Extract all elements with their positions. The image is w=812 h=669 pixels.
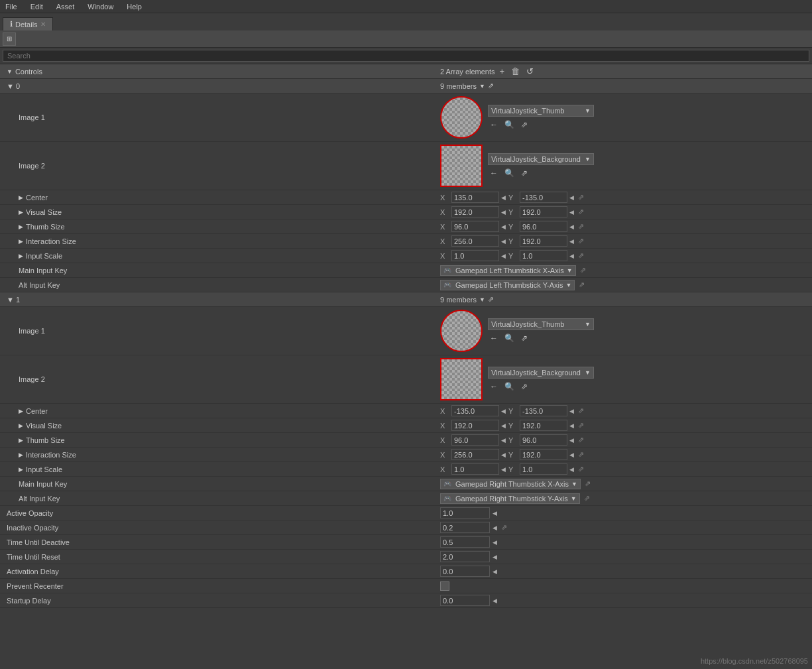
members-1-arrow[interactable]: ▼ <box>479 296 485 303</box>
center-x-arrow-0[interactable]: ◀ <box>501 194 506 201</box>
visual-size-y-0[interactable] <box>520 206 567 217</box>
activation-delay-arrow[interactable]: ◀ <box>493 568 497 575</box>
arrow-left-icon2-0[interactable]: ← <box>488 168 500 178</box>
image2-dropdown-0[interactable]: VirtualJoystick_Background ▼ <box>488 153 594 165</box>
active-opacity-input[interactable] <box>440 507 490 518</box>
link-icon-1[interactable]: ⇗ <box>519 333 530 343</box>
center-y-arrow-0[interactable]: ◀ <box>569 194 574 201</box>
inactive-opacity-row: Inactive Opacity ◀ ⇗ <box>0 520 812 535</box>
input-scale-x-0[interactable] <box>451 250 499 261</box>
search-icon2-1[interactable]: 🔍 <box>502 381 516 392</box>
main-input-key-value-0: 🎮 Gamepad Left Thumbstick X-Axis ▼ ⇗ <box>437 265 812 276</box>
interaction-size-row-0: ▶ Interaction Size X ◀ Y ◀ ⇗ <box>0 234 812 249</box>
image1-preview-1: VirtualJoystick_Thumb ▼ ← 🔍 ⇗ <box>437 307 812 355</box>
time-deactive-input[interactable] <box>440 536 490 548</box>
search-icon-0[interactable]: 🔍 <box>502 119 516 130</box>
arrow-left-icon-0[interactable]: ← <box>488 119 500 130</box>
add-element-button[interactable]: + <box>498 66 507 76</box>
center-label-0: ▶ Center <box>0 194 437 202</box>
menu-asset[interactable]: Asset <box>54 3 78 11</box>
menu-file[interactable]: File <box>3 3 20 11</box>
center-link-0[interactable]: ⇗ <box>578 193 584 202</box>
center-y-input-1[interactable] <box>520 405 567 416</box>
input-scale-label-1: ▶ Input Scale <box>0 465 437 473</box>
index-1-label: ▼ 1 <box>0 296 437 304</box>
image1-row-0: Image 1 VirtualJoystick_Thumb ▼ ← 🔍 ⇗ <box>0 93 812 142</box>
reset-button[interactable]: ↺ <box>524 66 536 76</box>
input-scale-x-1[interactable] <box>451 463 499 475</box>
thumb-size-y-0[interactable] <box>520 221 567 232</box>
members-0-link[interactable]: ⇗ <box>488 82 494 90</box>
inactive-opacity-arrow[interactable]: ◀ <box>493 524 497 531</box>
alt-input-key-value-1: 🎮 Gamepad Right Thumbstick Y-Axis ▼ ⇗ <box>437 493 812 504</box>
input-scale-y-1[interactable] <box>520 463 567 475</box>
image1-thumb-0 <box>440 96 483 139</box>
image2-preview-0: VirtualJoystick_Background ▼ ← 🔍 ⇗ <box>437 142 812 190</box>
image1-dropdown-0[interactable]: VirtualJoystick_Thumb ▼ <box>488 105 594 117</box>
startup-delay-value: ◀ <box>437 595 812 606</box>
main-input-key-dropdown-1[interactable]: 🎮 Gamepad Right Thumbstick X-Axis ▼ <box>440 479 581 489</box>
thumb-size-x-0[interactable] <box>451 221 499 232</box>
inactive-opacity-input[interactable] <box>440 522 490 533</box>
image2-dropdown-1[interactable]: VirtualJoystick_Background ▼ <box>488 367 594 379</box>
interaction-size-y-0[interactable] <box>520 235 567 247</box>
interaction-size-x-0[interactable] <box>451 235 499 247</box>
visual-size-x-1[interactable] <box>451 420 499 431</box>
controls-header: ▼ Controls 2 Array elements + 🗑 ↺ <box>0 64 812 79</box>
alt-input-key-value-0: 🎮 Gamepad Left Thumbstick Y-Axis ▼ ⇗ <box>437 280 812 290</box>
remove-element-button[interactable]: 🗑 <box>509 66 522 76</box>
startup-delay-row: Startup Delay ◀ <box>0 593 812 608</box>
time-reset-input[interactable] <box>440 551 490 562</box>
time-reset-arrow[interactable]: ◀ <box>493 554 497 560</box>
toolbar-icon-button[interactable]: ⊞ <box>3 32 16 46</box>
thumb-size-row-0: ▶ Thumb Size X ◀ Y ◀ ⇗ <box>0 219 812 234</box>
link-icon-0[interactable]: ⇗ <box>519 119 530 130</box>
time-deactive-arrow[interactable]: ◀ <box>493 539 497 546</box>
time-reset-row: Time Until Reset ◀ <box>0 550 812 564</box>
visual-size-row-0: ▶ Visual Size X ◀ Y ◀ ⇗ <box>0 205 812 219</box>
startup-delay-arrow[interactable]: ◀ <box>493 597 497 604</box>
link-icon2-0[interactable]: ⇗ <box>519 168 530 178</box>
menu-window[interactable]: Window <box>85 3 116 11</box>
scroll-area[interactable]: ▼ Controls 2 Array elements + 🗑 ↺ ▼ 0 9 … <box>0 64 812 669</box>
thumb-size-x-1[interactable] <box>451 434 499 446</box>
activation-delay-label: Activation Delay <box>0 568 437 576</box>
close-icon[interactable]: ✕ <box>40 21 46 28</box>
center-y-input-0[interactable] <box>520 192 567 203</box>
main-input-key-dropdown-0[interactable]: 🎮 Gamepad Left Thumbstick X-Axis ▼ <box>440 265 576 276</box>
tab-details[interactable]: ℹ Details ✕ <box>3 17 53 30</box>
search-icon-1[interactable]: 🔍 <box>502 333 516 343</box>
interaction-size-y-1[interactable] <box>520 449 567 460</box>
search-input[interactable] <box>3 50 809 62</box>
menu-edit[interactable]: Edit <box>28 3 46 11</box>
image1-dropdown-1[interactable]: VirtualJoystick_Thumb ▼ <box>488 318 594 330</box>
tab-label: Details <box>15 21 38 29</box>
alt-input-key-dropdown-0[interactable]: 🎮 Gamepad Left Thumbstick Y-Axis ▼ <box>440 280 575 290</box>
link-icon2-1[interactable]: ⇗ <box>519 381 530 392</box>
prevent-recenter-checkbox[interactable] <box>440 581 449 591</box>
input-scale-y-0[interactable] <box>520 250 567 261</box>
visual-size-x-0[interactable] <box>451 206 499 217</box>
arrow-left-icon-1[interactable]: ← <box>488 333 500 343</box>
search-icon2-0[interactable]: 🔍 <box>502 168 516 178</box>
image2-label-0: Image 2 <box>0 142 437 190</box>
center-x-input-0[interactable] <box>451 192 499 203</box>
image2-controls-1: VirtualJoystick_Background ▼ ← 🔍 ⇗ <box>488 367 594 392</box>
alt-input-key-dropdown-1[interactable]: 🎮 Gamepad Right Thumbstick Y-Axis ▼ <box>440 493 580 504</box>
visual-size-y-1[interactable] <box>520 420 567 431</box>
members-1-link[interactable]: ⇗ <box>488 295 494 304</box>
activation-delay-input[interactable] <box>440 566 490 577</box>
members-0-arrow[interactable]: ▼ <box>479 83 485 90</box>
image2-thumb-0 <box>440 145 483 187</box>
active-opacity-value: ◀ <box>437 507 812 518</box>
active-opacity-arrow[interactable]: ◀ <box>493 510 497 517</box>
interaction-size-x-1[interactable] <box>451 449 499 460</box>
prevent-recenter-label: Prevent Recenter <box>0 582 437 590</box>
visual-size-label-0: ▶ Visual Size <box>0 208 437 216</box>
startup-delay-input[interactable] <box>440 595 490 606</box>
image2-row-1: Image 2 VirtualJoystick_Background ▼ ← 🔍… <box>0 355 812 404</box>
arrow-left-icon2-1[interactable]: ← <box>488 381 500 392</box>
menu-help[interactable]: Help <box>124 3 145 11</box>
thumb-size-y-1[interactable] <box>520 434 567 446</box>
center-x-input-1[interactable] <box>451 405 499 416</box>
